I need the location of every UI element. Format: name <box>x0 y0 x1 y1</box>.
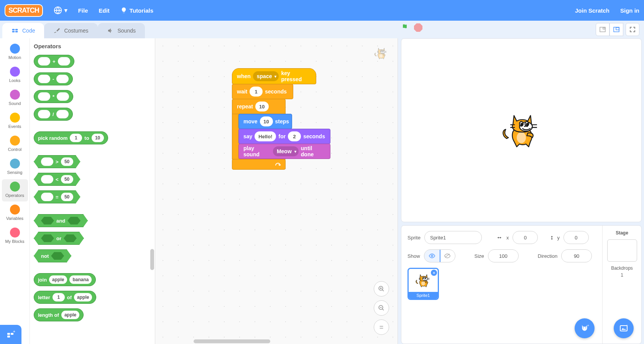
blk-input[interactable]: 1 <box>53 293 65 301</box>
sprite-watermark <box>373 45 389 63</box>
category-variables[interactable]: Variables <box>2 202 28 224</box>
say-secs-input[interactable]: 2 <box>288 131 301 141</box>
op-multiply-block[interactable]: * <box>34 90 73 103</box>
edit-menu[interactable]: Edit <box>99 7 110 14</box>
blk-input[interactable]: 50 <box>61 193 73 201</box>
move-steps-block[interactable]: move 10 steps <box>238 114 292 129</box>
small-stage-button[interactable] <box>596 23 610 36</box>
size-input[interactable] <box>488 249 519 262</box>
blk-input[interactable]: 50 <box>61 157 73 166</box>
hide-sprite-button[interactable] <box>440 250 455 262</box>
brush-icon <box>53 27 60 34</box>
add-extension-button[interactable]: + <box>0 325 21 344</box>
tab-costumes[interactable]: Costumes <box>44 23 97 38</box>
stage-selector[interactable]: Stage Backdrops 1 + <box>602 226 641 344</box>
workspace-hscrollbar[interactable] <box>194 339 270 343</box>
play-sound-until-done-block[interactable]: play sound Meow until done <box>238 144 330 159</box>
key-dropdown[interactable]: space <box>253 71 279 81</box>
move-input[interactable]: 10 <box>260 116 273 126</box>
zoom-reset-button[interactable]: = <box>374 319 389 335</box>
op-subtract-block[interactable]: - <box>34 72 73 85</box>
category-list: Motion Looks Sound Events Control Sensin… <box>0 38 30 344</box>
sprite-panel: Sprite ↔ x ↕ y Show <box>401 225 642 344</box>
sound-icon <box>107 27 114 34</box>
op-gt-block[interactable]: >50 <box>34 155 80 168</box>
op-length-of-block[interactable]: length ofapple <box>34 308 84 321</box>
repeat-input[interactable]: 10 <box>255 102 268 111</box>
say-for-seconds-block[interactable]: say Hello! for 2 seconds <box>238 129 330 144</box>
op-and-block[interactable]: and <box>34 214 88 227</box>
y-input[interactable] <box>564 231 589 244</box>
scratch-logo[interactable]: SCRATCH <box>5 4 43 17</box>
sprite-name-input[interactable] <box>424 231 482 244</box>
small-stage-icon <box>600 27 606 32</box>
sign-in-button[interactable]: Sign in <box>620 7 639 14</box>
category-label: Looks <box>9 78 20 83</box>
wait-block[interactable]: wait 1 seconds <box>232 84 293 99</box>
wait-input[interactable]: 1 <box>250 87 263 97</box>
op-add-block[interactable]: + <box>34 55 74 68</box>
file-menu[interactable]: File <box>78 7 88 14</box>
category-motion[interactable]: Motion <box>2 41 28 64</box>
when-key-pressed-block[interactable]: when space key pressed <box>232 68 316 84</box>
op-not-block[interactable]: not <box>34 249 71 262</box>
large-stage-button[interactable] <box>610 23 623 36</box>
svg-rect-6 <box>603 28 605 29</box>
tab-code[interactable]: Code <box>2 23 44 38</box>
block-palette[interactable]: Operators + - * / pick random1to10 >50 <… <box>30 38 155 344</box>
op-eq-block[interactable]: =50 <box>34 190 80 203</box>
sound-dropdown[interactable]: Meow <box>273 146 299 156</box>
repeat-block[interactable]: repeat 10 <box>232 99 286 114</box>
join-scratch-button[interactable]: Join Scratch <box>575 7 610 14</box>
category-control[interactable]: Control <box>2 133 28 156</box>
repeat-bottom[interactable] <box>232 159 286 170</box>
blk-input[interactable]: apple <box>61 311 79 319</box>
code-workspace[interactable]: when space key pressed wait 1 seconds re… <box>155 38 398 344</box>
blk-input[interactable]: 10 <box>92 134 104 142</box>
add-sprite-button[interactable]: + <box>575 318 595 338</box>
op-lt-block[interactable]: <50 <box>34 173 80 186</box>
blk-text: when <box>237 73 251 79</box>
op-letter-of-block[interactable]: letter1ofapple <box>34 291 96 304</box>
language-menu[interactable]: ▾ <box>54 6 67 15</box>
palette-scrollbar[interactable] <box>150 249 154 270</box>
sprite-on-stage[interactable] <box>498 107 544 153</box>
zoom-out-icon <box>378 305 385 311</box>
blk-input[interactable]: apple <box>49 275 67 284</box>
blk-input[interactable]: 1 <box>70 134 82 142</box>
blk-input[interactable]: banana <box>69 275 92 284</box>
category-events[interactable]: Events <box>2 110 28 133</box>
category-sensing[interactable]: Sensing <box>2 156 28 179</box>
category-operators[interactable]: Operators <box>2 179 28 201</box>
category-looks[interactable]: Looks <box>2 64 28 87</box>
delete-sprite-button[interactable]: ✕ <box>431 270 437 276</box>
zoom-in-button[interactable] <box>374 281 389 296</box>
x-input[interactable] <box>513 231 538 244</box>
blk-text: join <box>38 277 47 283</box>
tab-sounds[interactable]: Sounds <box>98 23 145 38</box>
script-stack[interactable]: when space key pressed wait 1 seconds re… <box>232 68 316 170</box>
sprite-tile[interactable]: ✕ Sprite1 <box>407 268 439 300</box>
op-join-block[interactable]: joinapplebanana <box>34 273 96 286</box>
stage[interactable] <box>401 38 642 222</box>
show-sprite-button[interactable] <box>424 250 440 262</box>
fullscreen-button[interactable] <box>626 23 639 36</box>
add-backdrop-button[interactable]: + <box>614 318 634 338</box>
blk-input[interactable]: 50 <box>61 175 73 183</box>
blk-text: and <box>56 218 65 224</box>
tutorials-button[interactable]: Tutorials <box>120 7 153 14</box>
zoom-out-button[interactable] <box>374 300 389 316</box>
say-text-input[interactable]: Hello! <box>255 131 276 141</box>
blocks-panel: Motion Looks Sound Events Control Sensin… <box>0 38 155 344</box>
green-flag-button[interactable] <box>401 23 410 32</box>
category-sound[interactable]: Sound <box>2 87 28 110</box>
stop-button[interactable] <box>414 23 422 32</box>
op-pick-random-block[interactable]: pick random1to10 <box>34 131 108 144</box>
op-divide-block[interactable]: / <box>34 108 73 121</box>
stage-thumbnail[interactable] <box>607 239 637 262</box>
direction-input[interactable] <box>561 249 592 262</box>
blk-input[interactable]: apple <box>74 293 92 301</box>
op-or-block[interactable]: or <box>34 232 84 245</box>
category-my-blocks[interactable]: My Blocks <box>2 225 28 247</box>
backdrops-label: Backdrops <box>605 265 639 271</box>
